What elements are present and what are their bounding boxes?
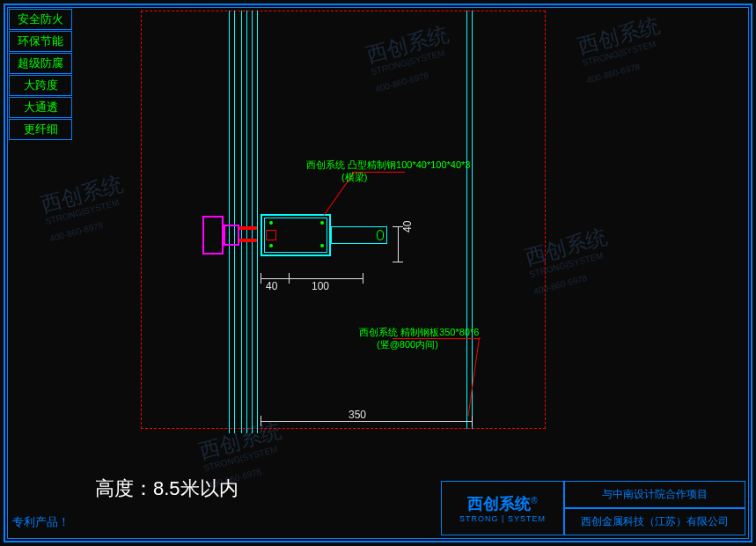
dim-line: [261, 278, 363, 279]
cad-canvas: 40 40 100 350 西创系统 凸型精制钢100*40*100*40*3 …: [88, 11, 634, 451]
feature-tag: 安全防火: [9, 9, 72, 30]
feature-tag: 环保节能: [9, 31, 72, 52]
part-label-lower: 西创系统 精制钢板350*80*6 (竖@800内间): [359, 326, 479, 350]
feature-tag: 大跨度: [9, 75, 72, 96]
dimension-100: 100: [312, 280, 329, 292]
mullion-line: [472, 11, 473, 429]
feature-tag-list: 安全防火 环保节能 超级防腐 大跨度 大通透 更纤细: [9, 9, 72, 140]
dim-line: [398, 226, 399, 262]
feature-tag: 更纤细: [9, 119, 72, 140]
project-name: 与中南设计院合作项目: [564, 481, 745, 508]
title-block: 西创系统® STRONG | SYSTEM 与中南设计院合作项目 西创金属科技（…: [441, 481, 745, 535]
part-label-upper: 西创系统 凸型精制钢100*40*100*40*3 (横梁): [306, 159, 470, 183]
dimension-40v: 40: [401, 221, 414, 232]
brand-subtitle: STRONG | SYSTEM: [459, 514, 546, 523]
feature-tag: 大通透: [9, 97, 72, 118]
dim-line: [261, 421, 472, 422]
feature-tag: 超级防腐: [9, 53, 72, 74]
dimension-40h: 40: [266, 280, 277, 292]
dimension-350: 350: [349, 409, 366, 421]
company-name: 西创金属科技（江苏）有限公司: [564, 508, 745, 535]
mullion-line: [466, 11, 467, 429]
patent-label: 专利产品！: [12, 514, 70, 530]
bracket-assembly: [202, 209, 361, 262]
brand-name: 西创系统: [467, 495, 531, 513]
brand-cell: 西创系统® STRONG | SYSTEM: [441, 481, 564, 535]
height-note: 高度：8.5米以内: [95, 476, 239, 502]
